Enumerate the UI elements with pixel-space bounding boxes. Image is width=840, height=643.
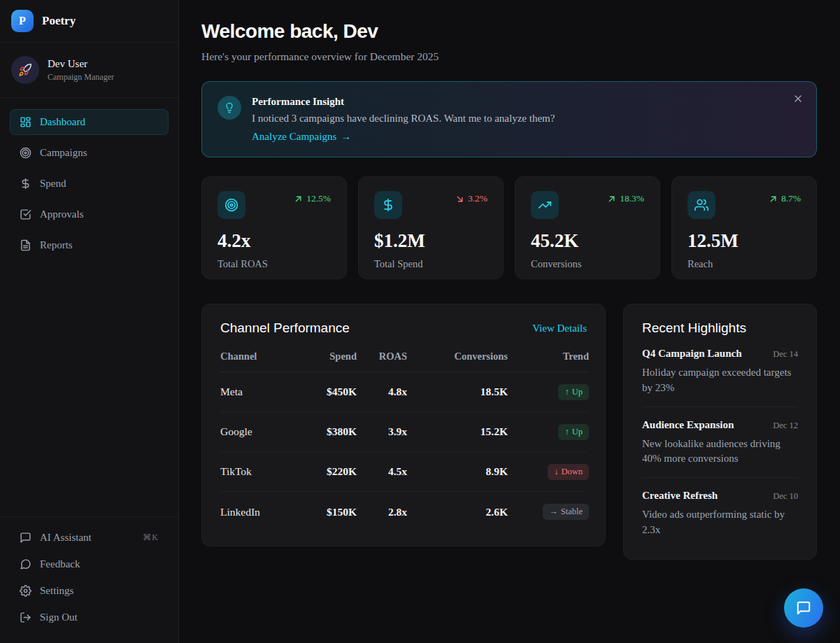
trend-value: 18.3% bbox=[620, 193, 644, 204]
col-roas: ROAS bbox=[357, 351, 407, 362]
cell-spend: $220K bbox=[304, 465, 357, 478]
message-square-icon bbox=[20, 532, 31, 544]
trend-value: 3.2% bbox=[468, 193, 487, 204]
sidebar-item-campaigns[interactable]: Campaigns bbox=[10, 140, 169, 166]
trend-indicator: 18.3% bbox=[607, 193, 644, 204]
trend-badge-label: Stable bbox=[561, 507, 583, 517]
log-out-icon bbox=[20, 612, 31, 623]
view-details-link[interactable]: View Details bbox=[532, 323, 587, 334]
sidebar-item-approvals[interactable]: Approvals bbox=[10, 202, 169, 227]
lightbulb-icon bbox=[218, 96, 241, 120]
arrow-right-icon: → bbox=[341, 131, 351, 143]
app-logo-row: P Poetry bbox=[0, 0, 178, 43]
stat-label: Total ROAS bbox=[218, 258, 331, 270]
file-text-icon bbox=[20, 239, 31, 251]
sidebar-item-reports[interactable]: Reports bbox=[10, 232, 169, 258]
trend-badge-up: ↑Up bbox=[558, 384, 589, 400]
highlight-item: Q4 Campaign Launch Dec 14 Holiday campai… bbox=[642, 336, 798, 407]
stats-row: 12.5% 4.2x Total ROAS 3.2% $1.2M Total S… bbox=[201, 176, 817, 279]
arrow-right-icon: → bbox=[549, 507, 558, 517]
sidebar-spacer bbox=[0, 274, 178, 516]
close-insight-button[interactable] bbox=[791, 92, 805, 106]
col-conversions: Conversions bbox=[407, 351, 508, 362]
table-row-meta[interactable]: Meta $450K 4.8x 18.5K ↑Up bbox=[220, 372, 587, 412]
message-circle-icon bbox=[20, 558, 31, 570]
table-row-linkedin[interactable]: LinkedIn $150K 2.8x 2.6K →Stable bbox=[220, 492, 587, 532]
sidebar: P Poetry Dev User Campaign Manager Dashb… bbox=[0, 0, 179, 643]
sidebar-item-label: Campaigns bbox=[40, 147, 87, 159]
stat-label: Reach bbox=[688, 258, 801, 270]
sidebar-item-label: Reports bbox=[40, 239, 73, 251]
channel-performance-panel: Channel Performance View Details Channel… bbox=[201, 304, 606, 546]
sidebar-item-label: Feedback bbox=[40, 558, 80, 570]
users-icon bbox=[688, 191, 716, 219]
highlight-title: Creative Refresh bbox=[642, 490, 718, 502]
bottom-row: Channel Performance View Details Channel… bbox=[201, 304, 817, 560]
target-icon bbox=[218, 191, 245, 219]
rocket-icon bbox=[18, 63, 32, 77]
trend-badge-stable: →Stable bbox=[543, 504, 589, 520]
trend-value: 8.7% bbox=[781, 193, 801, 204]
page-subtitle: Here's your performance overview for Dec… bbox=[201, 50, 817, 63]
target-icon bbox=[20, 147, 31, 159]
recent-highlights-panel: Recent Highlights Q4 Campaign Launch Dec… bbox=[623, 304, 817, 560]
stat-value: $1.2M bbox=[374, 230, 487, 252]
highlight-description: Holiday campaign exceeded targets by 23% bbox=[642, 365, 798, 396]
insight-content: Performance Insight I noticed 3 campaign… bbox=[252, 96, 555, 143]
cell-roas: 4.5x bbox=[357, 465, 407, 478]
dollar-icon bbox=[374, 191, 402, 219]
sidebar-item-ai-assistant[interactable]: AI Assistant ⌘K bbox=[10, 525, 169, 549]
highlight-description: New lookalike audiences driving 40% more… bbox=[642, 437, 798, 467]
table-row-tiktok[interactable]: TikTok $220K 4.5x 8.9K ↓Down bbox=[220, 452, 587, 492]
arrow-up-right-icon bbox=[769, 195, 778, 204]
arrow-up-icon: ↑ bbox=[564, 387, 569, 397]
cell-roas: 4.8x bbox=[357, 386, 407, 398]
cell-spend: $450K bbox=[304, 386, 357, 398]
table-row-google[interactable]: Google $380K 3.9x 15.2K ↑Up bbox=[220, 412, 587, 452]
trend-badge-label: Up bbox=[572, 427, 583, 437]
highlight-date: Dec 12 bbox=[773, 421, 798, 431]
chat-fab-button[interactable] bbox=[784, 588, 823, 628]
recent-highlights-title: Recent Highlights bbox=[642, 320, 798, 336]
trending-up-icon bbox=[531, 191, 559, 219]
table-body: Meta $450K 4.8x 18.5K ↑Up Google $380K 3… bbox=[220, 372, 587, 532]
stat-value: 4.2x bbox=[218, 230, 331, 252]
stat-value: 45.2K bbox=[531, 230, 644, 252]
sidebar-item-feedback[interactable]: Feedback bbox=[10, 552, 169, 576]
trend-indicator: 3.2% bbox=[455, 193, 487, 204]
arrow-down-icon: ↓ bbox=[554, 467, 558, 477]
arrow-up-icon: ↑ bbox=[564, 427, 569, 437]
sidebar-item-sign-out[interactable]: Sign Out bbox=[10, 605, 169, 629]
cell-spend: $150K bbox=[304, 506, 357, 518]
col-spend: Spend bbox=[304, 351, 357, 362]
user-profile[interactable]: Dev User Campaign Manager bbox=[0, 43, 178, 98]
poetry-logo-icon: P bbox=[11, 10, 34, 32]
app-name: Poetry bbox=[42, 14, 76, 28]
sidebar-item-label: Settings bbox=[40, 585, 73, 597]
highlight-title: Audience Expansion bbox=[642, 419, 734, 431]
cell-roas: 2.8x bbox=[357, 506, 407, 518]
sidebar-item-dashboard[interactable]: Dashboard bbox=[10, 109, 169, 135]
analyze-campaigns-link[interactable]: Analyze Campaigns → bbox=[252, 131, 351, 143]
highlight-date: Dec 14 bbox=[773, 349, 798, 360]
stat-label: Total Spend bbox=[374, 258, 487, 270]
main-nav: Dashboard Campaigns Spend Approvals Repo… bbox=[0, 98, 178, 274]
sidebar-item-label: Sign Out bbox=[40, 612, 78, 623]
stat-label: Conversions bbox=[531, 258, 644, 270]
gear-icon bbox=[20, 585, 31, 597]
check-square-icon bbox=[20, 209, 31, 220]
highlight-item: Creative Refresh Dec 10 Video ads outper… bbox=[642, 478, 798, 541]
user-name: Dev User bbox=[48, 58, 114, 70]
sidebar-item-settings[interactable]: Settings bbox=[10, 579, 169, 602]
insight-title: Performance Insight bbox=[252, 96, 555, 108]
stat-value: 12.5M bbox=[688, 230, 801, 252]
shortcut-hint: ⌘K bbox=[143, 532, 159, 543]
main-content: Welcome back, Dev Here's your performanc… bbox=[179, 0, 840, 643]
sidebar-item-spend[interactable]: Spend bbox=[10, 171, 169, 197]
cell-conversions: 8.9K bbox=[407, 465, 508, 478]
performance-insight-banner: Performance Insight I noticed 3 campaign… bbox=[201, 81, 817, 157]
trend-value: 12.5% bbox=[306, 193, 331, 204]
sidebar-item-label: Spend bbox=[40, 178, 66, 190]
page-title: Welcome back, Dev bbox=[201, 20, 817, 43]
cell-conversions: 2.6K bbox=[407, 506, 508, 518]
